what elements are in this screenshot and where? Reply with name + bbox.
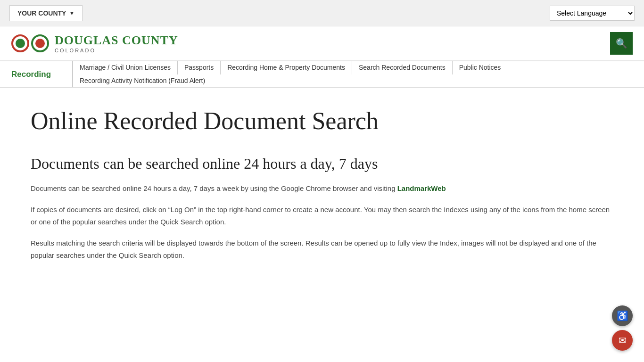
- nav-row-1: Marriage / Civil Union Licenses Passport…: [73, 61, 644, 74]
- section-heading: Documents can be searched online 24 hour…: [31, 154, 613, 174]
- logo-subtitle: Colorado: [55, 48, 178, 53]
- page-title: Online Recorded Document Search: [31, 107, 613, 135]
- nav-link-fraud-alert[interactable]: Recording Activity Notification (Fraud A…: [73, 74, 212, 88]
- nav-link-public-notices[interactable]: Public Notices: [453, 61, 508, 74]
- landmark-web-link[interactable]: LandmarkWeb: [397, 184, 446, 192]
- nav-link-passports[interactable]: Passports: [178, 61, 221, 74]
- language-select[interactable]: Select LanguageSpanishFrenchGermanChines…: [550, 6, 635, 21]
- your-county-button[interactable]: YOUR COUNTY ▼: [9, 5, 83, 21]
- paragraph-1-text: Documents can be searched online 24 hour…: [31, 184, 397, 192]
- logo-circle-2-inner: [35, 39, 45, 48]
- paragraph-2: If copies of documents are desired, clic…: [31, 204, 613, 228]
- nav-link-recording-home[interactable]: Recording Home & Property Documents: [221, 61, 352, 74]
- nav-link-search-docs[interactable]: Search Recorded Documents: [352, 61, 453, 74]
- your-county-label: YOUR COUNTY: [17, 9, 66, 17]
- logo-area: Douglas County Colorado: [11, 33, 178, 53]
- chevron-down-icon: ▼: [69, 10, 74, 16]
- nav-recording-label: Recording: [0, 61, 73, 87]
- nav-links-container: Marriage / Civil Union Licenses Passport…: [73, 61, 644, 87]
- main-nav: Recording Marriage / Civil Union License…: [0, 61, 644, 88]
- main-content: Online Recorded Document Search Document…: [16, 88, 628, 289]
- paragraph-1: Documents can be searched online 24 hour…: [31, 182, 613, 195]
- logo-circles: [11, 34, 49, 52]
- logo-circle-2: [31, 34, 49, 52]
- search-button[interactable]: 🔍: [610, 32, 633, 55]
- search-icon: 🔍: [616, 38, 627, 49]
- top-bar: YOUR COUNTY ▼ Select LanguageSpanishFren…: [0, 0, 644, 26]
- logo-circle-1: [11, 34, 29, 52]
- logo-title: Douglas County: [55, 33, 178, 48]
- logo-circle-1-inner: [16, 39, 25, 48]
- logo-text: Douglas County Colorado: [55, 33, 178, 53]
- paragraph-3: Results matching the search criteria wil…: [31, 237, 613, 261]
- nav-link-marriage[interactable]: Marriage / Civil Union Licenses: [73, 61, 178, 74]
- site-header: Douglas County Colorado 🔍: [0, 26, 644, 61]
- nav-row-2: Recording Activity Notification (Fraud A…: [73, 74, 644, 88]
